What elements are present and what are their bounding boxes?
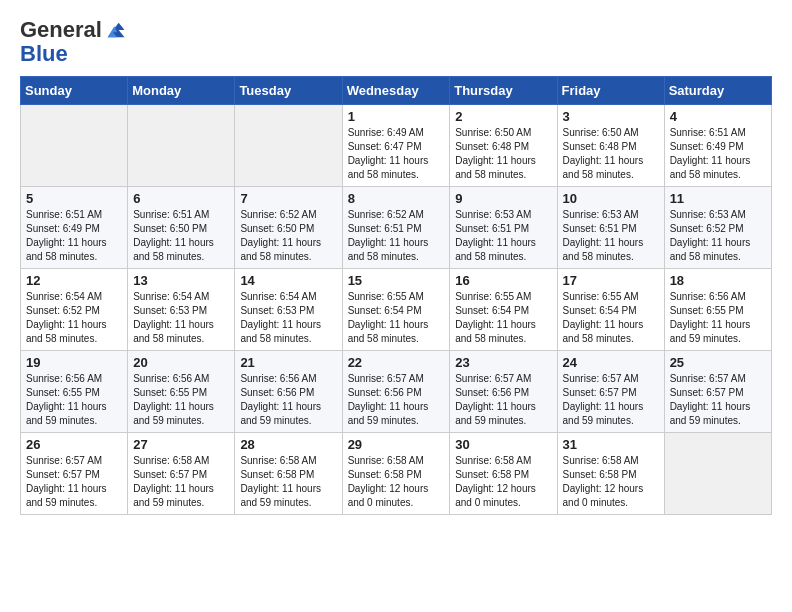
week-row-4: 26Sunrise: 6:57 AM Sunset: 6:57 PM Dayli…: [21, 433, 772, 515]
day-number: 26: [26, 437, 122, 452]
day-number: 10: [563, 191, 659, 206]
calendar-cell: 26Sunrise: 6:57 AM Sunset: 6:57 PM Dayli…: [21, 433, 128, 515]
calendar-cell: 1Sunrise: 6:49 AM Sunset: 6:47 PM Daylig…: [342, 105, 450, 187]
day-info: Sunrise: 6:51 AM Sunset: 6:49 PM Dayligh…: [670, 126, 766, 182]
day-number: 24: [563, 355, 659, 370]
day-info: Sunrise: 6:56 AM Sunset: 6:55 PM Dayligh…: [26, 372, 122, 428]
calendar-cell: 22Sunrise: 6:57 AM Sunset: 6:56 PM Dayli…: [342, 351, 450, 433]
calendar-cell: 31Sunrise: 6:58 AM Sunset: 6:58 PM Dayli…: [557, 433, 664, 515]
week-row-3: 19Sunrise: 6:56 AM Sunset: 6:55 PM Dayli…: [21, 351, 772, 433]
day-info: Sunrise: 6:50 AM Sunset: 6:48 PM Dayligh…: [563, 126, 659, 182]
day-number: 22: [348, 355, 445, 370]
day-number: 31: [563, 437, 659, 452]
day-number: 23: [455, 355, 551, 370]
day-number: 30: [455, 437, 551, 452]
calendar-cell: 3Sunrise: 6:50 AM Sunset: 6:48 PM Daylig…: [557, 105, 664, 187]
calendar-cell: [664, 433, 771, 515]
day-info: Sunrise: 6:57 AM Sunset: 6:57 PM Dayligh…: [670, 372, 766, 428]
weekday-header-tuesday: Tuesday: [235, 77, 342, 105]
calendar-cell: 28Sunrise: 6:58 AM Sunset: 6:58 PM Dayli…: [235, 433, 342, 515]
day-info: Sunrise: 6:58 AM Sunset: 6:58 PM Dayligh…: [240, 454, 336, 510]
logo-general: General: [20, 18, 102, 42]
day-info: Sunrise: 6:57 AM Sunset: 6:57 PM Dayligh…: [26, 454, 122, 510]
day-info: Sunrise: 6:57 AM Sunset: 6:57 PM Dayligh…: [563, 372, 659, 428]
day-number: 18: [670, 273, 766, 288]
day-number: 1: [348, 109, 445, 124]
week-row-2: 12Sunrise: 6:54 AM Sunset: 6:52 PM Dayli…: [21, 269, 772, 351]
calendar-cell: 7Sunrise: 6:52 AM Sunset: 6:50 PM Daylig…: [235, 187, 342, 269]
day-info: Sunrise: 6:54 AM Sunset: 6:52 PM Dayligh…: [26, 290, 122, 346]
week-row-1: 5Sunrise: 6:51 AM Sunset: 6:49 PM Daylig…: [21, 187, 772, 269]
day-info: Sunrise: 6:53 AM Sunset: 6:52 PM Dayligh…: [670, 208, 766, 264]
day-number: 15: [348, 273, 445, 288]
day-info: Sunrise: 6:57 AM Sunset: 6:56 PM Dayligh…: [348, 372, 445, 428]
calendar-cell: 30Sunrise: 6:58 AM Sunset: 6:58 PM Dayli…: [450, 433, 557, 515]
day-number: 4: [670, 109, 766, 124]
weekday-header-row: SundayMondayTuesdayWednesdayThursdayFrid…: [21, 77, 772, 105]
calendar-cell: [128, 105, 235, 187]
calendar-cell: 13Sunrise: 6:54 AM Sunset: 6:53 PM Dayli…: [128, 269, 235, 351]
day-number: 5: [26, 191, 122, 206]
day-number: 28: [240, 437, 336, 452]
day-number: 13: [133, 273, 229, 288]
header: General Blue: [20, 18, 772, 66]
calendar-cell: 12Sunrise: 6:54 AM Sunset: 6:52 PM Dayli…: [21, 269, 128, 351]
day-number: 6: [133, 191, 229, 206]
day-info: Sunrise: 6:55 AM Sunset: 6:54 PM Dayligh…: [348, 290, 445, 346]
calendar-cell: 20Sunrise: 6:56 AM Sunset: 6:55 PM Dayli…: [128, 351, 235, 433]
day-number: 11: [670, 191, 766, 206]
day-number: 12: [26, 273, 122, 288]
calendar-cell: 21Sunrise: 6:56 AM Sunset: 6:56 PM Dayli…: [235, 351, 342, 433]
calendar-cell: 19Sunrise: 6:56 AM Sunset: 6:55 PM Dayli…: [21, 351, 128, 433]
calendar-cell: 8Sunrise: 6:52 AM Sunset: 6:51 PM Daylig…: [342, 187, 450, 269]
calendar-cell: 17Sunrise: 6:55 AM Sunset: 6:54 PM Dayli…: [557, 269, 664, 351]
calendar-cell: [235, 105, 342, 187]
day-number: 25: [670, 355, 766, 370]
day-info: Sunrise: 6:55 AM Sunset: 6:54 PM Dayligh…: [563, 290, 659, 346]
day-info: Sunrise: 6:57 AM Sunset: 6:56 PM Dayligh…: [455, 372, 551, 428]
weekday-header-wednesday: Wednesday: [342, 77, 450, 105]
day-info: Sunrise: 6:52 AM Sunset: 6:51 PM Dayligh…: [348, 208, 445, 264]
day-info: Sunrise: 6:53 AM Sunset: 6:51 PM Dayligh…: [455, 208, 551, 264]
day-number: 3: [563, 109, 659, 124]
day-info: Sunrise: 6:49 AM Sunset: 6:47 PM Dayligh…: [348, 126, 445, 182]
calendar-cell: 4Sunrise: 6:51 AM Sunset: 6:49 PM Daylig…: [664, 105, 771, 187]
weekday-header-sunday: Sunday: [21, 77, 128, 105]
day-number: 20: [133, 355, 229, 370]
day-info: Sunrise: 6:56 AM Sunset: 6:55 PM Dayligh…: [133, 372, 229, 428]
calendar-cell: 11Sunrise: 6:53 AM Sunset: 6:52 PM Dayli…: [664, 187, 771, 269]
day-info: Sunrise: 6:51 AM Sunset: 6:49 PM Dayligh…: [26, 208, 122, 264]
calendar-cell: 5Sunrise: 6:51 AM Sunset: 6:49 PM Daylig…: [21, 187, 128, 269]
week-row-0: 1Sunrise: 6:49 AM Sunset: 6:47 PM Daylig…: [21, 105, 772, 187]
calendar-cell: 6Sunrise: 6:51 AM Sunset: 6:50 PM Daylig…: [128, 187, 235, 269]
day-info: Sunrise: 6:55 AM Sunset: 6:54 PM Dayligh…: [455, 290, 551, 346]
page: General Blue SundayMondayTuesdayWednesda…: [0, 0, 792, 533]
day-number: 21: [240, 355, 336, 370]
weekday-header-monday: Monday: [128, 77, 235, 105]
calendar-cell: 27Sunrise: 6:58 AM Sunset: 6:57 PM Dayli…: [128, 433, 235, 515]
calendar-cell: 29Sunrise: 6:58 AM Sunset: 6:58 PM Dayli…: [342, 433, 450, 515]
day-number: 7: [240, 191, 336, 206]
logo: General Blue: [20, 18, 126, 66]
day-info: Sunrise: 6:53 AM Sunset: 6:51 PM Dayligh…: [563, 208, 659, 264]
day-number: 19: [26, 355, 122, 370]
day-info: Sunrise: 6:51 AM Sunset: 6:50 PM Dayligh…: [133, 208, 229, 264]
calendar-cell: 25Sunrise: 6:57 AM Sunset: 6:57 PM Dayli…: [664, 351, 771, 433]
day-number: 14: [240, 273, 336, 288]
day-number: 9: [455, 191, 551, 206]
day-info: Sunrise: 6:54 AM Sunset: 6:53 PM Dayligh…: [240, 290, 336, 346]
day-info: Sunrise: 6:58 AM Sunset: 6:58 PM Dayligh…: [563, 454, 659, 510]
calendar-cell: 2Sunrise: 6:50 AM Sunset: 6:48 PM Daylig…: [450, 105, 557, 187]
weekday-header-friday: Friday: [557, 77, 664, 105]
day-info: Sunrise: 6:52 AM Sunset: 6:50 PM Dayligh…: [240, 208, 336, 264]
day-number: 16: [455, 273, 551, 288]
day-info: Sunrise: 6:58 AM Sunset: 6:58 PM Dayligh…: [455, 454, 551, 510]
day-number: 29: [348, 437, 445, 452]
weekday-header-saturday: Saturday: [664, 77, 771, 105]
calendar-table: SundayMondayTuesdayWednesdayThursdayFrid…: [20, 76, 772, 515]
calendar-cell: 15Sunrise: 6:55 AM Sunset: 6:54 PM Dayli…: [342, 269, 450, 351]
calendar-cell: 16Sunrise: 6:55 AM Sunset: 6:54 PM Dayli…: [450, 269, 557, 351]
calendar-cell: 14Sunrise: 6:54 AM Sunset: 6:53 PM Dayli…: [235, 269, 342, 351]
calendar-cell: 18Sunrise: 6:56 AM Sunset: 6:55 PM Dayli…: [664, 269, 771, 351]
calendar-cell: 9Sunrise: 6:53 AM Sunset: 6:51 PM Daylig…: [450, 187, 557, 269]
